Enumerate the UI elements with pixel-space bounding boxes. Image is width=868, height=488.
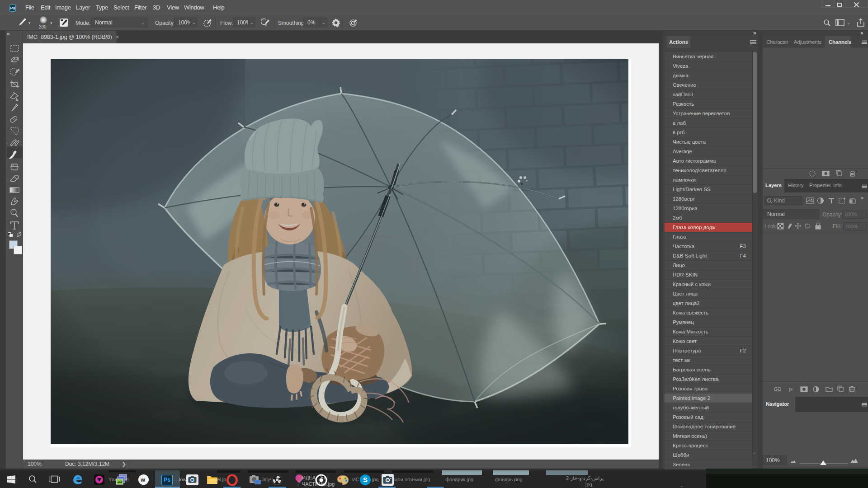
svg-text:fx: fx bbox=[789, 386, 793, 392]
